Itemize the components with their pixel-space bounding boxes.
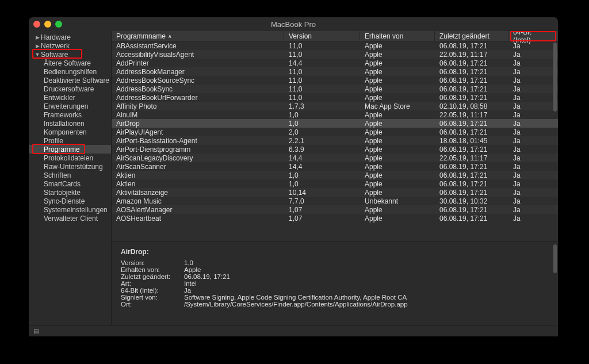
sidebar-item-druckersoftware[interactable]: Druckersoftware bbox=[29, 85, 111, 93]
cell-modified: 06.08.19, 17:21 bbox=[435, 171, 508, 179]
sidebar-item-software[interactable]: ▼Software bbox=[29, 50, 111, 59]
cell-name: Affinity Photo bbox=[112, 102, 284, 110]
sidebar-item-frameworks[interactable]: Frameworks bbox=[29, 110, 111, 119]
cell-name: AOSAlertManager bbox=[112, 206, 284, 214]
cell-bits: Ja bbox=[508, 163, 556, 171]
table-row[interactable]: AddressBookManager11,0Apple06.08.19, 17:… bbox=[112, 67, 558, 76]
cell-name: Aktivitätsanzeige bbox=[112, 189, 284, 197]
sidebar-item-erweiterungen[interactable]: Erweiterungen bbox=[29, 102, 111, 110]
sidebar-item-systemeinstellungen[interactable]: Systemeinstellungen bbox=[29, 205, 111, 214]
cell-name: AOSHeartbeat bbox=[112, 214, 284, 223]
sidebar-item-sync-dienste[interactable]: Sync-Dienste bbox=[29, 197, 111, 205]
cell-obtained: Apple bbox=[360, 68, 435, 76]
table-row[interactable]: AOSHeartbeat1,07Apple06.08.19, 17:21Ja bbox=[112, 214, 558, 223]
sidebar-item-label: Frameworks bbox=[44, 111, 82, 119]
cell-modified: 22.05.19, 11:17 bbox=[435, 111, 508, 119]
cell-modified: 06.08.19, 17:21 bbox=[435, 189, 508, 197]
detail-key: Ort: bbox=[121, 301, 184, 308]
table-row[interactable]: AOSAlertManager1,07Apple06.08.19, 17:21J… bbox=[112, 205, 558, 214]
table-row[interactable]: Aktien1,0Apple06.08.19, 17:21Ja bbox=[112, 171, 558, 179]
table-row[interactable]: AddPrinter14,4Apple06.08.19, 17:21Ja bbox=[112, 59, 558, 67]
sidebar-item-smartcards[interactable]: SmartCards bbox=[29, 179, 111, 188]
table-row[interactable]: Amazon Music7.7.0Unbekannt30.08.19, 10:3… bbox=[112, 197, 558, 205]
cell-version: 11,0 bbox=[284, 94, 360, 102]
sidebar-item-netzwerk[interactable]: ▶Netzwerk bbox=[29, 41, 111, 50]
sidebar-item--ltere-software[interactable]: Ältere Software bbox=[29, 59, 111, 67]
sidebar-item-programme[interactable]: Programme bbox=[29, 145, 111, 154]
sidebar-item-label: Entwickler bbox=[44, 94, 75, 102]
sidebar-item-verwalteter-client[interactable]: Verwalteter Client bbox=[29, 214, 111, 223]
sidebar-item-komponenten[interactable]: Komponenten bbox=[29, 128, 111, 136]
table-row[interactable]: AddressBookSourceSync11,0Apple06.08.19, … bbox=[112, 76, 558, 85]
window-title: MacBook Pro bbox=[29, 20, 558, 29]
cell-obtained: Apple bbox=[360, 120, 435, 128]
sidebar-item-label: Ältere Software bbox=[44, 59, 91, 67]
detail-scrollbar[interactable] bbox=[553, 244, 557, 273]
table-row[interactable]: Aktivitätsanzeige10,14Apple06.08.19, 17:… bbox=[112, 188, 558, 197]
cell-bits: Ja bbox=[508, 171, 556, 179]
cell-version: 1,07 bbox=[284, 214, 360, 223]
detail-title: AirDrop: bbox=[121, 248, 549, 256]
cell-name: AddPrinter bbox=[112, 59, 284, 67]
cell-obtained: Apple bbox=[360, 180, 435, 188]
col-programmname[interactable]: Programmname bbox=[112, 31, 284, 41]
sidebar-item-protokolldateien[interactable]: Protokolldateien bbox=[29, 154, 111, 162]
sidebar-item-installationen[interactable]: Installationen bbox=[29, 119, 111, 128]
table-row[interactable]: AinuIM1,0Apple22.05.19, 11:17Ja bbox=[112, 110, 558, 119]
detail-value: Apple bbox=[184, 266, 549, 273]
disclosure-right-icon[interactable]: ▶ bbox=[35, 35, 40, 40]
detail-key: Signiert von: bbox=[121, 294, 184, 301]
sidebar-item-entwickler[interactable]: Entwickler bbox=[29, 93, 111, 102]
table-row[interactable]: AddressBookUrlForwarder11,0Apple06.08.19… bbox=[112, 93, 558, 102]
table-row[interactable]: AirDrop1,0Apple06.08.19, 17:21Ja bbox=[112, 119, 558, 128]
disclosure-right-icon[interactable]: ▶ bbox=[35, 43, 40, 49]
table-area: Programmname Version Erhalten von Zuletz… bbox=[112, 31, 558, 242]
disclosure-down-icon[interactable]: ▼ bbox=[35, 52, 40, 58]
detail-key: 64-Bit (Intel): bbox=[121, 287, 184, 294]
cell-version: 11,0 bbox=[284, 76, 360, 85]
cell-bits: Ja bbox=[508, 189, 556, 197]
table-row[interactable]: AccessibilityVisualsAgent11,0Apple22.05.… bbox=[112, 50, 558, 59]
cell-name: ABAssistantService bbox=[112, 42, 284, 50]
sidebar-item-startobjekte[interactable]: Startobjekte bbox=[29, 188, 111, 197]
detail-value: 06.08.19, 17:21 bbox=[184, 273, 549, 280]
cell-version: 11,0 bbox=[284, 42, 360, 50]
col-erhalten-von[interactable]: Erhalten von bbox=[360, 31, 435, 41]
sidebar-item-profile[interactable]: Profile bbox=[29, 136, 111, 145]
sidebar-item-raw-unterst-tzung[interactable]: Raw-Unterstützung bbox=[29, 162, 111, 171]
col-zuletzt-geaendert[interactable]: Zuletzt geändert bbox=[435, 31, 508, 41]
detail-value: Software Signing, Apple Code Signing Cer… bbox=[184, 294, 549, 301]
table-scrollbar[interactable] bbox=[553, 43, 557, 112]
cell-modified: 06.08.19, 17:21 bbox=[435, 163, 508, 171]
table-row[interactable]: AddressBookSync11,0Apple06.08.19, 17:21J… bbox=[112, 85, 558, 93]
table-row[interactable]: AirScanScanner14,4Apple06.08.19, 17:21Ja bbox=[112, 162, 558, 171]
table-row[interactable]: ABAssistantService11,0Apple06.08.19, 17:… bbox=[112, 41, 558, 50]
cell-bits: Ja bbox=[508, 128, 556, 136]
cell-name: AirPort-Basisstation-Agent bbox=[112, 137, 284, 145]
titlebar[interactable]: MacBook Pro bbox=[29, 17, 558, 31]
table-row[interactable]: AirScanLegacyDiscovery14,4Apple22.05.19,… bbox=[112, 154, 558, 162]
sidebar-item-bedienungshilfen[interactable]: Bedienungshilfen bbox=[29, 67, 111, 76]
sidebar-item-label: Deaktivierte Software bbox=[44, 76, 109, 85]
cell-version: 14,4 bbox=[284, 154, 360, 162]
sidebar-item-deaktivierte-software[interactable]: Deaktivierte Software bbox=[29, 76, 111, 85]
sidebar-item-schriften[interactable]: Schriften bbox=[29, 171, 111, 179]
table-row[interactable]: AirPlayUIAgent2,0Apple06.08.19, 17:21Ja bbox=[112, 128, 558, 136]
table-row[interactable]: AirPort-Dienstprogramm6.3.9Apple06.08.19… bbox=[112, 145, 558, 154]
detail-key: Zuletzt geändert: bbox=[121, 273, 184, 280]
col-version[interactable]: Version bbox=[284, 31, 360, 41]
sidebar-item-label: Startobjekte bbox=[44, 189, 81, 197]
cell-obtained: Apple bbox=[360, 85, 435, 93]
cell-bits: Ja bbox=[508, 214, 556, 223]
sidebar-item-hardware[interactable]: ▶Hardware bbox=[29, 33, 111, 41]
sidebar-item-label: Komponenten bbox=[44, 128, 87, 136]
cell-name: AirScanLegacyDiscovery bbox=[112, 154, 284, 162]
col-64bit[interactable]: 64-Bit (Intel) bbox=[508, 31, 556, 41]
table-row[interactable]: Aktien1,0Apple06.08.19, 17:21Ja bbox=[112, 179, 558, 188]
sidebar-item-label: Installationen bbox=[44, 120, 85, 128]
detail-value: 1,0 bbox=[184, 259, 549, 266]
table-row[interactable]: Affinity Photo1.7.3Mac App Store02.10.19… bbox=[112, 102, 558, 110]
cell-modified: 06.08.19, 17:21 bbox=[435, 214, 508, 223]
table-row[interactable]: AirPort-Basisstation-Agent2.2.1Apple18.0… bbox=[112, 136, 558, 145]
cell-obtained: Apple bbox=[360, 154, 435, 162]
